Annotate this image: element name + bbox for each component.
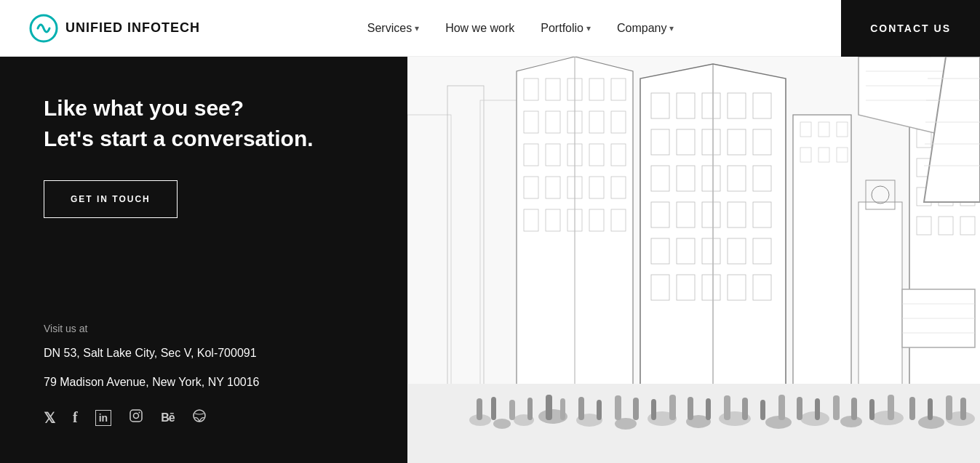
svg-rect-116 [477,398,482,420]
svg-rect-125 [633,398,639,420]
nav-how-we-work-label: How we work [445,22,514,35]
svg-rect-136 [833,395,840,420]
svg-rect-121 [560,398,565,420]
svg-rect-123 [597,400,602,420]
left-panel: Like what you see? Let's start a convers… [0,57,407,463]
nav-services[interactable]: Services ▾ [367,22,419,35]
nav-portfolio-label: Portfolio [541,22,583,35]
svg-rect-134 [797,397,802,420]
svg-rect-142 [946,395,952,420]
svg-rect-141 [928,398,933,420]
social-icons: 𝕏 f in Bē [44,408,364,427]
dribbble-icon[interactable] [192,408,207,427]
svg-rect-68 [793,115,851,406]
svg-rect-75 [859,202,902,406]
address-ny: 79 Madison Avenue, New York, NY 10016 [44,374,364,391]
svg-rect-130 [724,395,730,420]
svg-rect-139 [888,395,894,420]
svg-rect-120 [546,395,552,420]
visit-section: Visit us at DN 53, Salt Lake City, Sec V… [44,323,364,427]
svg-rect-1 [130,410,142,422]
svg-rect-127 [669,395,676,420]
right-panel [407,57,980,463]
linkedin-icon[interactable]: in [95,410,111,426]
svg-point-4 [194,410,205,422]
svg-rect-131 [742,398,748,420]
svg-point-102 [493,419,511,429]
svg-rect-137 [851,398,857,420]
nav-company[interactable]: Company ▾ [617,22,674,35]
logo[interactable]: UNIFIED INFOTECH [29,14,200,43]
city-illustration [407,57,980,463]
svg-rect-128 [688,397,693,420]
behance-icon[interactable]: Bē [161,411,174,424]
chevron-down-icon: ▾ [586,23,591,33]
instagram-icon[interactable] [129,408,143,427]
nav-how-we-work[interactable]: How we work [445,22,514,35]
svg-rect-118 [509,400,515,420]
twitter-icon[interactable]: 𝕏 [44,409,55,427]
logo-icon [29,14,58,43]
address-india: DN 53, Salt Lake City, Sec V, Kol-700091 [44,345,364,362]
header: UNIFIED INFOTECH Services ▾ How we work … [0,0,980,57]
svg-rect-133 [778,395,785,420]
svg-rect-122 [578,397,584,420]
svg-point-110 [765,416,792,429]
nav-portfolio[interactable]: Portfolio ▾ [541,22,591,35]
get-in-touch-button[interactable]: GET IN TOUCH [44,180,178,218]
chevron-down-icon: ▾ [669,23,674,33]
svg-point-3 [139,412,140,414]
visit-label: Visit us at [44,323,364,334]
svg-point-112 [840,416,862,427]
contact-us-button[interactable]: CONTACT US [841,0,980,57]
svg-rect-135 [815,398,820,420]
main-content: Like what you see? Let's start a convers… [0,57,980,463]
svg-rect-138 [869,399,875,420]
svg-rect-140 [909,397,915,420]
svg-rect-129 [706,398,711,420]
nav-company-label: Company [617,22,666,35]
svg-rect-117 [491,397,496,420]
facebook-icon[interactable]: f [73,409,78,426]
hero-heading: Like what you see? Let's start a convers… [44,93,364,154]
hero-text: Like what you see? Let's start a convers… [44,93,364,154]
logo-text: UNIFIED INFOTECH [65,20,200,36]
svg-rect-143 [960,398,966,420]
svg-rect-124 [615,395,621,420]
svg-rect-126 [651,399,656,420]
chevron-down-icon: ▾ [415,23,419,33]
main-nav: Services ▾ How we work Portfolio ▾ Compa… [367,22,674,35]
svg-point-2 [134,414,139,419]
svg-rect-132 [760,400,765,420]
nav-services-label: Services [367,22,412,35]
svg-rect-119 [527,398,533,420]
